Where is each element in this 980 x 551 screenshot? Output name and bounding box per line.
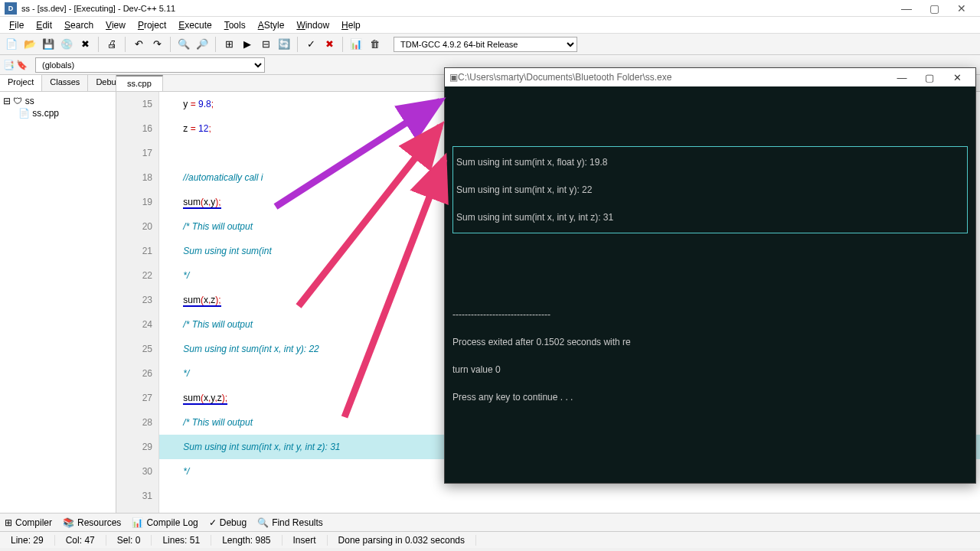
undo-icon[interactable]: ↶ (130, 36, 147, 53)
menubar: FileEditSearchViewProjectExecuteToolsASt… (0, 17, 980, 34)
menu-project[interactable]: Project (132, 18, 172, 32)
saveall-icon[interactable]: 💿 (58, 36, 75, 53)
status-sel: Sel: 0 (106, 535, 152, 546)
console-cmd-icon: ▣ (449, 72, 458, 83)
minimize-button[interactable]: — (893, 1, 920, 16)
save-icon[interactable]: 💾 (40, 36, 57, 53)
svg-line-2 (345, 159, 444, 417)
menu-help[interactable]: Help (335, 18, 367, 32)
close-file-icon[interactable]: ✖ (77, 36, 93, 53)
bottomtab-compile-log[interactable]: 📊Compile Log (132, 517, 198, 528)
scope-select[interactable]: (globals) (35, 57, 265, 73)
menu-view[interactable]: View (100, 18, 132, 32)
console-output: Sum using int sum(int x, float y): 19.8 … (445, 86, 975, 483)
bottomtab-find-results[interactable]: 🔍Find Results (257, 517, 323, 528)
status-msg: Done parsing in 0.032 seconds (328, 535, 476, 546)
console-highlight-box: Sum using int sum(int x, float y): 19.8 … (452, 146, 968, 233)
app-icon: D (5, 2, 17, 15)
window-title: ss - [ss.dev] - [Executing] - Dev-C++ 5.… (21, 4, 893, 13)
toolbar-main: 📄 📂 💾 💿 ✖ 🖨 ↶ ↷ 🔍 🔎 ⊞ ▶ ⊟ 🔄 ✓ ✖ 📊 🗑 TDM-… (0, 34, 980, 55)
status-lines: Lines: 51 (152, 535, 211, 546)
profile-icon[interactable]: 📊 (348, 36, 364, 53)
console-minimize-button[interactable]: — (888, 72, 916, 83)
debug-icon[interactable]: ✓ (302, 36, 319, 53)
project-tree[interactable]: ⊟ 🛡 ss 📄 ss.cpp (0, 92, 116, 122)
menu-execute[interactable]: Execute (172, 18, 217, 32)
sidetab-project[interactable]: Project (0, 75, 42, 91)
compile-icon[interactable]: ⊞ (220, 36, 237, 53)
stop-icon[interactable]: ✖ (321, 36, 338, 53)
menu-astyle[interactable]: AStyle (252, 18, 291, 32)
menu-file[interactable]: File (3, 18, 30, 32)
trash-icon[interactable]: 🗑 (366, 36, 383, 53)
titlebar: D ss - [ss.dev] - [Executing] - Dev-C++ … (0, 0, 980, 17)
line-gutter: 1516171819202122232425262728293031 (116, 92, 159, 513)
open-icon[interactable]: 📂 (21, 36, 38, 53)
menu-edit[interactable]: Edit (30, 18, 58, 32)
status-insert: Insert (283, 535, 328, 546)
sidebar-tabs: ProjectClassesDebug (0, 75, 116, 92)
print-icon[interactable]: 🖨 (103, 36, 120, 53)
annotation-arrow-3 (322, 145, 467, 429)
editor-tab-active[interactable]: ss.cpp (116, 75, 163, 91)
redo-icon[interactable]: ↷ (149, 36, 165, 53)
console-titlebar[interactable]: ▣ C:\Users\smarty\Documents\Bluetooth Fo… (445, 68, 975, 86)
sidetab-classes[interactable]: Classes (42, 75, 88, 91)
run-icon[interactable]: ▶ (239, 36, 256, 53)
menu-window[interactable]: Window (290, 18, 335, 32)
console-rest: -------------------------------- Process… (452, 301, 968, 411)
compile-run-icon[interactable]: ⊟ (257, 36, 274, 53)
bottom-tabs: ⊞Compiler📚Resources📊Compile Log✓Debug🔍Fi… (0, 513, 980, 531)
bottomtab-debug[interactable]: ✓Debug (209, 517, 247, 528)
maximize-button[interactable]: ▢ (920, 1, 948, 16)
status-length: Length: 985 (211, 535, 282, 546)
tree-root[interactable]: ss (25, 96, 34, 106)
compiler-select[interactable]: TDM-GCC 4.9.2 64-bit Release (394, 37, 577, 52)
status-line: Line: 29 (0, 535, 55, 546)
console-close-button[interactable]: ✕ (943, 72, 971, 83)
find-icon[interactable]: 🔍 (175, 36, 192, 53)
tree-file[interactable]: ss.cpp (32, 108, 59, 119)
status-col: Col: 47 (55, 535, 106, 546)
console-window[interactable]: ▣ C:\Users\smarty\Documents\Bluetooth Fo… (444, 67, 976, 484)
console-maximize-button[interactable]: ▢ (916, 72, 943, 83)
menu-tools[interactable]: Tools (218, 18, 252, 32)
sidebar: ProjectClassesDebug ⊟ 🛡 ss 📄 ss.cpp (0, 75, 116, 513)
replace-icon[interactable]: 🔎 (194, 36, 211, 53)
rebuild-icon[interactable]: 🔄 (276, 36, 292, 53)
bookmark-icon[interactable]: 🔖 (16, 60, 28, 70)
goto-icon[interactable]: 📑 (3, 60, 15, 70)
close-button[interactable]: ✕ (948, 1, 975, 16)
statusbar: Line: 29 Col: 47 Sel: 0 Lines: 51 Length… (0, 531, 980, 548)
console-title: C:\Users\smarty\Documents\Bluetooth Fold… (458, 72, 888, 83)
menu-search[interactable]: Search (58, 18, 100, 32)
bottomtab-compiler[interactable]: ⊞Compiler (5, 517, 52, 528)
bottomtab-resources[interactable]: 📚Resources (63, 517, 121, 528)
new-icon[interactable]: 📄 (3, 36, 20, 53)
